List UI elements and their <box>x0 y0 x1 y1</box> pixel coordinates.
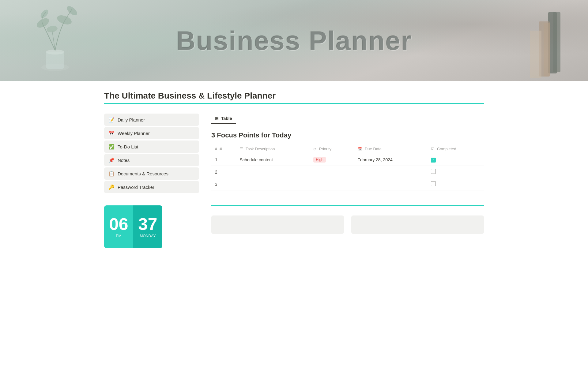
checkbox-checked[interactable]: ✓ <box>431 158 436 163</box>
svg-rect-1 <box>46 52 64 69</box>
task-col-icon: ☰ <box>240 147 243 151</box>
sidebar-item-password-tracker[interactable]: 🔑 Password Tracker <box>104 181 199 193</box>
svg-point-4 <box>56 13 73 26</box>
row-1-description: Schedule content <box>236 154 310 166</box>
sidebar-item-notes[interactable]: 📌 Notes <box>104 154 199 166</box>
row-2-due-date <box>354 166 427 178</box>
col-header-num: # # <box>211 144 236 154</box>
table-row: 2 <box>211 166 484 178</box>
row-1-priority: High <box>310 154 354 166</box>
col-completed-label: Completed <box>437 147 456 151</box>
page-content: The Ultimate Business & Lifestyle Planne… <box>80 81 508 258</box>
sidebar-item-documents-label: Documents & Resources <box>118 171 168 176</box>
documents-icon: 📋 <box>108 170 115 177</box>
col-header-priority: ⊙ Priority <box>310 144 354 154</box>
row-1-due-date: February 28, 2024 <box>354 154 427 166</box>
col-due-date-label: Due Date <box>365 147 382 151</box>
tab-bar: ⊞ Table <box>211 114 484 124</box>
svg-point-5 <box>46 25 58 33</box>
sidebar-item-password-label: Password Tracker <box>118 185 154 190</box>
svg-rect-12 <box>530 31 541 78</box>
row-3-due-date <box>354 178 427 190</box>
sidebar-item-daily-planner-label: Daily Planner <box>118 117 145 122</box>
svg-point-6 <box>65 6 78 17</box>
row-1-completed[interactable]: ✓ <box>427 154 484 166</box>
bottom-divider <box>211 205 484 206</box>
sidebar-item-todo-list[interactable]: ✅ To-Do List <box>104 140 199 153</box>
row-2-completed[interactable] <box>427 166 484 178</box>
page-title: The Ultimate Business & Lifestyle Planne… <box>104 91 484 101</box>
table-row: 1Schedule contentHighFebruary 28, 2024✓ <box>211 154 484 166</box>
sidebar: 📝 Daily Planner 📅 Weekly Planner ✅ To-Do… <box>104 114 199 248</box>
focus-table: # # ☰ Task Description ⊙ Priority 📅 <box>211 144 484 190</box>
col-header-due-date: 📅 Due Date <box>354 144 427 154</box>
bottom-card-2 <box>351 215 484 234</box>
tab-table-label: Table <box>221 116 232 121</box>
top-divider <box>104 103 484 104</box>
row-2-num: 2 <box>211 166 236 178</box>
col-header-completed: ☑ Completed <box>427 144 484 154</box>
table-header-row: # # ☰ Task Description ⊙ Priority 📅 <box>211 144 484 154</box>
hero-banner: Business Planner <box>0 0 588 81</box>
row-2-priority <box>310 166 354 178</box>
row-1-num: 1 <box>211 154 236 166</box>
focus-section-title: 3 Focus Points for Today <box>211 131 484 139</box>
bottom-cards <box>211 215 484 234</box>
svg-rect-11 <box>544 23 550 77</box>
bottom-card-1 <box>211 215 344 234</box>
col-priority-label: Priority <box>319 147 331 151</box>
hero-title: Business Planner <box>176 25 412 56</box>
row-2-description <box>236 166 310 178</box>
svg-rect-9 <box>553 12 560 72</box>
tab-table[interactable]: ⊞ Table <box>211 114 236 124</box>
sidebar-item-documents[interactable]: 📋 Documents & Resources <box>104 167 199 180</box>
checkbox-empty[interactable] <box>431 169 436 174</box>
todo-list-icon: ✅ <box>108 144 115 150</box>
row-3-num: 3 <box>211 178 236 190</box>
clock-minute-block: 37 MONDAY <box>133 205 162 248</box>
col-num-label: # <box>220 147 222 151</box>
completed-icon: ☑ <box>431 147 434 151</box>
weekly-planner-icon: 📅 <box>108 130 115 136</box>
row-3-description <box>236 178 310 190</box>
priority-badge-high: High <box>313 157 326 163</box>
clock-day: MONDAY <box>140 234 156 238</box>
row-3-priority <box>310 178 354 190</box>
main-panel: ⊞ Table 3 Focus Points for Today # # ☰ <box>211 114 484 234</box>
svg-point-7 <box>39 8 50 19</box>
sidebar-item-todo-label: To-Do List <box>118 144 138 149</box>
sidebar-item-weekly-planner-label: Weekly Planner <box>118 131 150 136</box>
sidebar-item-daily-planner[interactable]: 📝 Daily Planner <box>104 114 199 126</box>
clock-hour-block: 06 PM <box>104 205 133 248</box>
clock-period: PM <box>116 234 122 238</box>
priority-icon: ⊙ <box>313 147 316 151</box>
sidebar-item-notes-label: Notes <box>118 158 130 163</box>
notes-icon: 📌 <box>108 157 115 163</box>
clock-widget: 06 PM 37 MONDAY <box>104 205 165 248</box>
hero-books-decoration <box>514 6 570 80</box>
table-icon: ⊞ <box>215 116 219 121</box>
checkbox-empty[interactable] <box>431 181 436 186</box>
daily-planner-icon: 📝 <box>108 117 115 123</box>
table-row: 3 <box>211 178 484 190</box>
clock-hour-value: 06 <box>109 215 128 233</box>
due-date-icon: 📅 <box>357 147 362 151</box>
col-task-label: Task Description <box>246 147 275 151</box>
col-header-task: ☰ Task Description <box>236 144 310 154</box>
password-tracker-icon: 🔑 <box>108 184 115 190</box>
main-layout: 📝 Daily Planner 📅 Weekly Planner ✅ To-Do… <box>104 114 484 248</box>
clock-minute-value: 37 <box>138 215 157 233</box>
row-3-completed[interactable] <box>427 178 484 190</box>
hash-icon: # <box>215 147 217 151</box>
sidebar-item-weekly-planner[interactable]: 📅 Weekly Planner <box>104 127 199 139</box>
hero-plant-decoration <box>24 6 86 77</box>
